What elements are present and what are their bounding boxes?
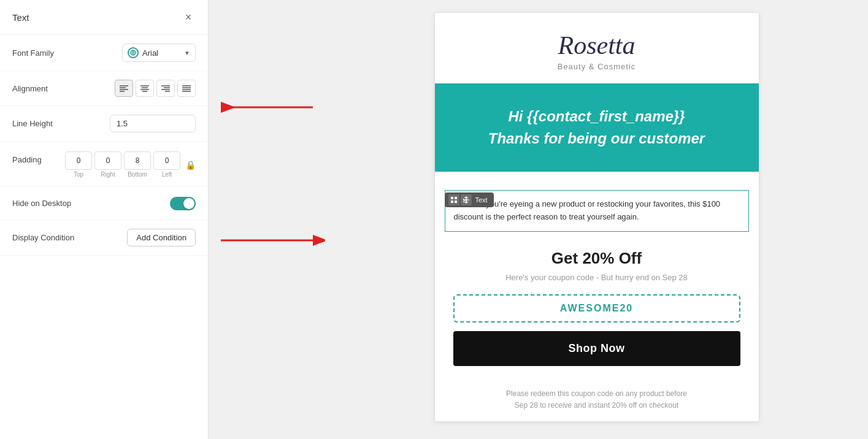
font-family-control: Arial ▼ — [122, 44, 196, 62]
add-condition-button[interactable]: Add Condition — [127, 229, 196, 246]
svg-rect-24 — [455, 200, 457, 203]
align-left-button[interactable] — [115, 80, 133, 97]
coupon-box: AWESOME20 — [453, 294, 740, 323]
hide-on-desktop-row: Hide on Desktop — [0, 187, 208, 220]
panel-body: Font Family Arial ▼ — [0, 35, 208, 439]
settings-panel: Text × Font Family Aria — [0, 0, 209, 439]
globe-icon — [128, 47, 139, 58]
email-preview-panel: Rosetta Beauty & Cosmetic Hi {{contact_f… — [325, 0, 868, 439]
lock-icon[interactable]: 🔒 — [185, 160, 196, 170]
hide-on-desktop-control — [170, 197, 196, 210]
email-text-section: ✛ Text Whether you're eyeing a new produ… — [435, 190, 759, 232]
padding-row: Padding Top Right Bottom — [0, 142, 208, 187]
line-height-control: 1.5 — [110, 115, 196, 132]
brand-tagline: Beauty & Cosmetic — [447, 62, 747, 71]
padding-top-label: Top — [74, 171, 83, 178]
padding-bottom-label: Bottom — [128, 171, 147, 178]
padding-right-input[interactable] — [94, 151, 121, 170]
panel-header: Text × — [0, 0, 208, 35]
alignment-buttons — [115, 80, 196, 97]
footer-line1: Please redeem this coupon code on any pr… — [453, 388, 740, 400]
toolbar-text-label: Text — [473, 196, 490, 204]
chevron-down-icon: ▼ — [184, 50, 190, 56]
email-banner: Hi {{contact_first_name}} Thanks for bei… — [435, 83, 759, 172]
hide-on-desktop-toggle[interactable] — [170, 197, 196, 210]
email-container: Rosetta Beauty & Cosmetic Hi {{contact_f… — [434, 12, 759, 422]
font-name-text: Arial — [142, 48, 180, 58]
text-toolbar: ✛ Text — [445, 193, 494, 207]
alignment-row: Alignment — [0, 71, 208, 106]
display-condition-label: Display Condition — [12, 233, 127, 242]
padding-inputs: Top Right Bottom Left 🔒 — [65, 151, 196, 178]
arrow-left-icon — [209, 89, 325, 126]
shop-now-button[interactable]: Shop Now — [453, 331, 740, 366]
padding-right-group: Right — [94, 151, 121, 178]
padding-left-input[interactable] — [153, 151, 180, 170]
banner-line1: Hi {{contact_first_name}} — [453, 105, 740, 128]
panel-title: Text — [12, 12, 29, 23]
padding-left-group: Left — [153, 151, 180, 178]
padding-label: Padding — [12, 151, 65, 164]
padding-bottom-input[interactable] — [124, 151, 151, 170]
padding-bottom-group: Bottom — [124, 151, 151, 178]
middle-area — [209, 0, 325, 439]
align-center-button[interactable] — [136, 80, 154, 97]
svg-rect-21 — [451, 197, 453, 199]
alignment-label: Alignment — [12, 84, 115, 93]
padding-left-label: Left — [162, 171, 172, 178]
toggle-knob — [183, 198, 194, 209]
font-family-dropdown[interactable]: Arial ▼ — [122, 44, 196, 62]
discount-title: Get 20% Off — [453, 249, 740, 268]
display-condition-control: Add Condition — [127, 229, 196, 246]
padding-control: Top Right Bottom Left 🔒 — [65, 151, 196, 178]
toolbar-grid-icon[interactable] — [448, 194, 459, 205]
line-height-input[interactable]: 1.5 — [110, 115, 196, 132]
email-logo-section: Rosetta Beauty & Cosmetic — [435, 13, 759, 83]
banner-line2: Thanks for being our customer — [453, 128, 740, 150]
display-condition-row: Display Condition Add Condition — [0, 220, 208, 256]
brand-name: Rosetta — [447, 31, 747, 59]
toolbar-move-icon[interactable]: ✛ — [461, 194, 472, 205]
line-height-row: Line Height 1.5 — [0, 106, 208, 142]
padding-right-label: Right — [101, 171, 115, 178]
email-footer: Please redeem this coupon code on any pr… — [435, 378, 759, 421]
svg-rect-23 — [451, 200, 453, 203]
footer-line2: Sep 28 to receive and instant 20% off on… — [453, 400, 740, 411]
discount-subtitle: Here's your coupon code - But hurry end … — [453, 273, 740, 282]
font-family-row: Font Family Arial ▼ — [0, 35, 208, 71]
banner-text: Hi {{contact_first_name}} Thanks for bei… — [453, 105, 740, 150]
line-height-label: Line Height — [12, 119, 110, 128]
align-right-button[interactable] — [156, 80, 175, 97]
svg-text:✛: ✛ — [464, 197, 469, 203]
email-discount-section: Get 20% Off Here's your coupon code - Bu… — [435, 237, 759, 378]
svg-rect-22 — [455, 197, 457, 199]
align-justify-button[interactable] — [177, 80, 196, 97]
padding-top-input[interactable] — [65, 151, 92, 170]
close-button[interactable]: × — [181, 10, 196, 25]
arrow-right-icon — [209, 222, 325, 259]
hide-on-desktop-label: Hide on Desktop — [12, 199, 170, 208]
padding-top-group: Top — [65, 151, 92, 178]
font-family-label: Font Family — [12, 48, 122, 58]
coupon-code: AWESOME20 — [467, 303, 727, 314]
alignment-control — [115, 80, 196, 97]
